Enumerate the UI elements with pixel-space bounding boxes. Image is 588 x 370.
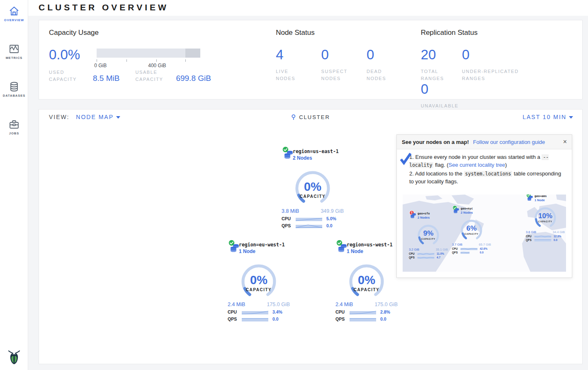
- mini-locality-card-sfo: geo=sfo 2 Nodes 9% CAPACITY 3.2 GiB 35.1…: [408, 212, 448, 259]
- mini-locality-card-ams: geo=ams 1 Node 10% CAPACITY 3.6 GiB 34.4…: [525, 195, 565, 241]
- step-text: Add locations to the: [415, 170, 464, 177]
- cpu-sparkline: [296, 217, 322, 221]
- node-map-setup-tooltip: See your nodes on a map! Follow our conf…: [396, 134, 572, 278]
- gauge-percent: 0%: [290, 180, 335, 194]
- gauge-capacity-label: CAPACITY: [236, 287, 282, 292]
- sidebar-item-label: OVERVIEW: [0, 18, 28, 22]
- locality-card-eu-west-1[interactable]: region=eu-west-1 1 Node 0% CAPACITY 2.4 …: [226, 242, 292, 321]
- gauge-percent: 0%: [344, 273, 389, 287]
- qps-label: QPS: [452, 251, 460, 254]
- sidebar-item-overview[interactable]: OVERVIEW: [0, 0, 28, 26]
- total-value: 175.0 GiB: [374, 302, 398, 307]
- cockroachdb-logo: [0, 349, 28, 367]
- qps-sparkline: [242, 317, 268, 321]
- used-value: 2.4 MiB: [335, 302, 353, 307]
- map-pin-icon: ⚲: [291, 113, 296, 120]
- locality-databases-icon: [284, 150, 294, 161]
- total-value: 65.7 GiB: [479, 243, 491, 246]
- under-replicated-value: 0: [462, 48, 535, 61]
- locality-nodes-link: 1 Node: [535, 198, 565, 202]
- used-value: 2.4 MiB: [228, 302, 245, 307]
- home-icon: [9, 6, 19, 17]
- qps-value: 0.0: [380, 316, 386, 321]
- cpu-label: CPU: [409, 252, 417, 255]
- locality-region-label: geo=ams: [535, 195, 565, 198]
- cpu-value: 2.8%: [380, 309, 390, 314]
- step-complete-check-icon: [399, 153, 412, 167]
- locality-card-us-east-1[interactable]: region=us-east-1 2 Nodes 0% CAPACITY 3.8…: [279, 148, 346, 228]
- qps-label: QPS: [228, 316, 242, 321]
- gauge-percent: 10%: [532, 212, 559, 220]
- step-number: 2.: [409, 170, 414, 177]
- time-range-value: LAST 10 MIN: [522, 114, 566, 120]
- sidebar-item-label: METRICS: [0, 56, 28, 60]
- capacity-percent: 0.0%: [49, 48, 80, 61]
- capacity-tick-label: 400 GiB: [148, 63, 166, 68]
- setup-step-1: 1. Ensure every node in your cluster was…: [409, 153, 566, 169]
- locality-region-label: region=us-east-1: [293, 148, 346, 154]
- locality-nodes-link[interactable]: 1 Node: [239, 248, 292, 254]
- locality-card-us-west-1[interactable]: region=us-west-1 1 Node 0% CAPACITY 2.4 …: [333, 242, 400, 321]
- locality-databases-icon: [527, 195, 533, 203]
- sidebar-item-databases[interactable]: DATABASES: [0, 75, 28, 102]
- qps-label: QPS: [526, 239, 534, 241]
- time-range-selector[interactable]: LAST 10 MIN: [522, 114, 573, 120]
- total-value: 175.0 GiB: [267, 302, 290, 307]
- chevron-down-icon: [569, 116, 573, 119]
- total-ranges-label: TOTAL RANGES: [421, 68, 450, 82]
- configuration-guide-link[interactable]: Follow our configuration guide: [473, 139, 545, 145]
- page-title: CLUSTER OVERVIEW: [39, 2, 169, 12]
- sidebar-item-label: JOBS: [0, 131, 28, 135]
- total-value: 349.9 GiB: [321, 208, 344, 214]
- locality-region-label: region=us-west-1: [347, 242, 400, 248]
- sidebar-item-metrics[interactable]: METRICS: [0, 38, 28, 64]
- locality-nodes-link: 2 Nodes: [418, 216, 448, 219]
- capacity-tick-label: 0 GiB: [94, 63, 107, 68]
- cpu-label: CPU: [526, 235, 534, 238]
- locality-tree-link[interactable]: See current locality tree: [449, 162, 505, 168]
- suspect-nodes-value: 0: [321, 48, 365, 61]
- total-value: 35.1 GiB: [436, 248, 448, 251]
- section-title: Capacity Usage: [49, 29, 266, 37]
- mini-locality-card-nyc: geo=nyc 2 Nodes 6% CAPACITY 3.7 GiB 65.7…: [452, 207, 491, 254]
- sidebar-item-jobs[interactable]: JOBS: [0, 113, 28, 139]
- qps-sparkline: [460, 251, 478, 254]
- cpu-value: 12.3%: [554, 235, 561, 238]
- close-icon[interactable]: ×: [563, 139, 567, 145]
- cpu-sparkline: [534, 235, 552, 238]
- suspect-nodes-label: SUSPECT NODES: [321, 68, 355, 82]
- locality-region-label: geo=nyc: [461, 207, 491, 210]
- breadcrumb-cluster[interactable]: CLUSTER: [299, 114, 330, 120]
- live-nodes-label: LIVE NODES: [276, 68, 309, 82]
- section-title: Node Status: [276, 29, 411, 37]
- cpu-sparkline: [460, 247, 478, 250]
- example-node-map-image: geo=sfo 2 Nodes 9% CAPACITY 3.2 GiB 35.1…: [403, 195, 566, 272]
- qps-value: 0.0: [326, 223, 333, 228]
- databases-icon: [9, 81, 19, 92]
- used-value: 3.6 GiB: [526, 230, 536, 234]
- qps-value: 0.0: [480, 251, 484, 254]
- locality-region-label: region=eu-west-1: [239, 242, 292, 248]
- cpu-value: 3.4%: [272, 309, 282, 314]
- qps-label: QPS: [335, 316, 350, 321]
- used-value: 3.7 GiB: [452, 243, 462, 246]
- step-text: flag. (: [433, 162, 448, 168]
- under-replicated-label: UNDER-REPLICATED RANGES: [462, 68, 532, 82]
- gauge-capacity-label: CAPACITY: [290, 194, 335, 199]
- live-nodes-value: 4: [276, 48, 319, 61]
- capacity-usage-section: Capacity Usage 0.0% 0 GiB 400 GiB USED C…: [39, 20, 266, 99]
- capacity-bar-reserved: [185, 49, 200, 58]
- jobs-icon: [9, 119, 19, 130]
- qps-value: 0.0: [554, 239, 557, 241]
- used-value: 3.8 MiB: [282, 208, 299, 214]
- qps-sparkline: [296, 224, 322, 228]
- tooltip-title: See your nodes on a map!: [402, 139, 469, 145]
- locality-databases-icon: [230, 243, 240, 254]
- gauge-percent: 0%: [236, 273, 282, 287]
- locality-nodes-link[interactable]: 2 Nodes: [293, 155, 346, 161]
- usable-capacity-label: USABLE CAPACITY: [135, 69, 170, 83]
- cpu-value: 42.6%: [480, 247, 487, 250]
- locality-nodes-link[interactable]: 1 Node: [347, 248, 400, 254]
- node-status-section: Node Status 4 LIVE NODES 0 SUSPECT NODES…: [266, 20, 411, 99]
- locality-region-label: geo=sfo: [418, 212, 448, 215]
